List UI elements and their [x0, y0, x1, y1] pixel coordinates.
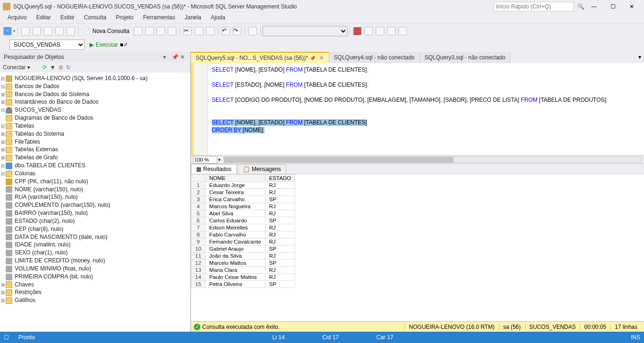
tree-node[interactable]: PRIMEIRA COMPRA (bit, nulo) [0, 273, 190, 281]
tree-node[interactable]: SEXO (char(1), nulo) [0, 249, 190, 257]
cell[interactable]: RJ [265, 224, 295, 231]
menu-janela[interactable]: Janela [180, 13, 206, 24]
expand-icon[interactable]: ⊞ [0, 147, 6, 152]
cell[interactable]: Abel Silva [205, 210, 265, 217]
tree-node[interactable]: VOLUME MINIMO (float, nulo) [0, 265, 190, 273]
disconnect-icon[interactable] [33, 64, 40, 71]
expand-icon[interactable]: ⊟ [0, 123, 6, 129]
close-icon[interactable]: ✕ [180, 54, 187, 60]
cell[interactable]: Edson Meirelles [205, 224, 265, 231]
cell[interactable]: Eduardo Jorge [205, 182, 265, 189]
tree-node[interactable]: CEP (char(8), nulo) [0, 225, 190, 233]
expand-icon[interactable]: ⊞ [0, 131, 6, 137]
cell[interactable]: RJ [265, 182, 295, 189]
xml-icon[interactable] [134, 27, 142, 35]
tree-node[interactable]: COMPLEMENTO (varchar(150), nulo) [0, 201, 190, 209]
table-row[interactable]: 2Cesar TeixeiraRJ [191, 189, 295, 196]
expand-icon[interactable]: ⊞ [0, 298, 6, 303]
tree-node[interactable]: ESTADO (char(2), nulo) [0, 217, 190, 225]
close-tab-icon[interactable]: ✕ [319, 55, 324, 61]
cell[interactable]: SP [265, 281, 295, 288]
xml3-icon[interactable] [157, 27, 165, 35]
table-row[interactable]: 10Gabriel AraujoSP [191, 245, 295, 253]
open-icon[interactable] [21, 27, 30, 35]
expand-icon[interactable]: ⊞ [0, 139, 6, 145]
pin-icon[interactable]: 📌 [172, 54, 178, 60]
tree-node[interactable]: LIMITE DE CREDITO (money, nulo) [0, 257, 190, 265]
zoom-dropdown-icon[interactable]: ▾ [218, 157, 221, 162]
expand-icon[interactable]: ⊞ [0, 99, 6, 105]
quick-launch-input[interactable] [494, 2, 574, 11]
find-icon[interactable] [248, 27, 257, 35]
cell[interactable]: RJ [265, 189, 295, 196]
tree-node[interactable]: ⊞ Gatilhos [0, 296, 190, 304]
tree-node[interactable]: ⊟ Tabelas [0, 122, 190, 130]
redo2-icon[interactable]: ↷ [233, 27, 241, 35]
stop-icon[interactable]: ■ [120, 41, 123, 48]
refresh2-icon[interactable]: ↻ [66, 64, 71, 71]
cell[interactable]: SP [265, 245, 295, 253]
object-tree[interactable]: ⊟ NOGUEIRA-LENOVO (SQL Server 16.0.1000.… [0, 73, 190, 332]
pin-icon[interactable]: 📌 [310, 56, 315, 61]
table-row[interactable]: 4Marcos NogueiraRJ [191, 203, 295, 210]
cell[interactable]: Fabio Carvalho [205, 231, 265, 238]
tree-node[interactable]: ⊟ Colunas [0, 170, 190, 178]
copy-icon[interactable] [195, 27, 203, 35]
col-header[interactable]: NOME [205, 175, 265, 182]
table-row[interactable]: 11João da SilvaRJ [191, 253, 295, 260]
expand-icon[interactable]: ⊟ [0, 171, 6, 176]
cell[interactable]: RJ [265, 267, 295, 274]
refresh-icon[interactable]: ⟳ [42, 64, 47, 71]
expand-icon[interactable]: ⊞ [0, 92, 6, 97]
undo-icon[interactable] [55, 27, 64, 35]
tab-overflow-icon[interactable]: ▾ [636, 52, 644, 63]
save-icon[interactable] [33, 27, 41, 35]
table-row[interactable]: 9Fernando CavalcanteRJ [191, 238, 295, 245]
col-header[interactable]: ESTADO [265, 175, 295, 182]
expand-icon[interactable]: ⊟ [0, 107, 6, 113]
table-row[interactable]: 12Marcelo MattosSP [191, 260, 295, 267]
close-button[interactable]: ✕ [622, 0, 641, 13]
cell[interactable]: RJ [265, 203, 295, 210]
table-row[interactable]: 14Paulo Cesar MattosRJ [191, 274, 295, 281]
expand-icon[interactable]: ⊞ [0, 155, 6, 160]
tree-node[interactable]: ⊟ NOGUEIRA-LENOVO (SQL Server 16.0.1000.… [0, 74, 190, 82]
menu-arquivo[interactable]: Arquivo [3, 13, 32, 24]
sql-editor[interactable]: SELECT [NOME], [ESTADO] FROM [TABELA DE … [191, 63, 644, 155]
tree-node[interactable]: ⊞ Bancos de Dados do Sistema [0, 90, 190, 98]
code-area[interactable]: SELECT [NOME], [ESTADO] FROM [TABELA DE … [208, 63, 644, 155]
tree-node[interactable]: IDADE (smallint, nulo) [0, 241, 190, 249]
menu-consulta[interactable]: Consulta [79, 13, 111, 24]
maximize-button[interactable]: ☐ [603, 0, 622, 13]
menu-ajuda[interactable]: Ajuda [206, 13, 230, 24]
expand-icon[interactable]: ⊟ [0, 163, 6, 168]
tool3-icon[interactable] [387, 27, 396, 35]
tree-node[interactable]: BAIRRO (varchar(150), nulo) [0, 209, 190, 217]
config-select[interactable] [263, 26, 347, 36]
expand-icon[interactable]: ⊞ [0, 290, 6, 295]
cell[interactable]: Marcelo Mattos [205, 260, 265, 267]
tree-node[interactable]: ⊞ Tabelas de Grafo [0, 154, 190, 162]
stop-icon[interactable]: ⊘ [58, 64, 63, 71]
expand-icon[interactable]: ⊞ [0, 282, 6, 287]
tool2-icon[interactable] [376, 27, 384, 35]
zoom-input[interactable] [193, 156, 217, 163]
debug-icon[interactable] [353, 27, 362, 35]
tree-node[interactable]: ⊟ SUCOS_VENDAS [0, 106, 190, 114]
table-row[interactable]: 13Maria ClaraRJ [191, 267, 295, 274]
cell[interactable]: Fernando Cavalcante [205, 238, 265, 245]
tool4-icon[interactable] [398, 27, 407, 35]
expand-icon[interactable]: ⊟ [0, 84, 6, 89]
cut-icon[interactable]: ✂ [183, 27, 192, 35]
cell[interactable]: Erica Carvalho [205, 196, 265, 203]
tree-node[interactable]: ⊞ Tabelas Externas [0, 146, 190, 154]
cell[interactable]: SP [265, 260, 295, 267]
tree-node[interactable]: RUA (varchar(150), nulo) [0, 193, 190, 201]
menu-exibir[interactable]: Exibir [56, 13, 79, 24]
tree-node[interactable]: DATA DE NASCIMENTO (date, nulo) [0, 233, 190, 241]
results-grid[interactable]: NOMEESTADO1Eduardo JorgeRJ2Cesar Teixeir… [191, 174, 644, 321]
cell[interactable]: RJ [265, 238, 295, 245]
tool1-icon[interactable] [364, 27, 373, 35]
xml4-icon[interactable] [168, 27, 176, 35]
cell[interactable]: Maria Clara [205, 267, 265, 274]
